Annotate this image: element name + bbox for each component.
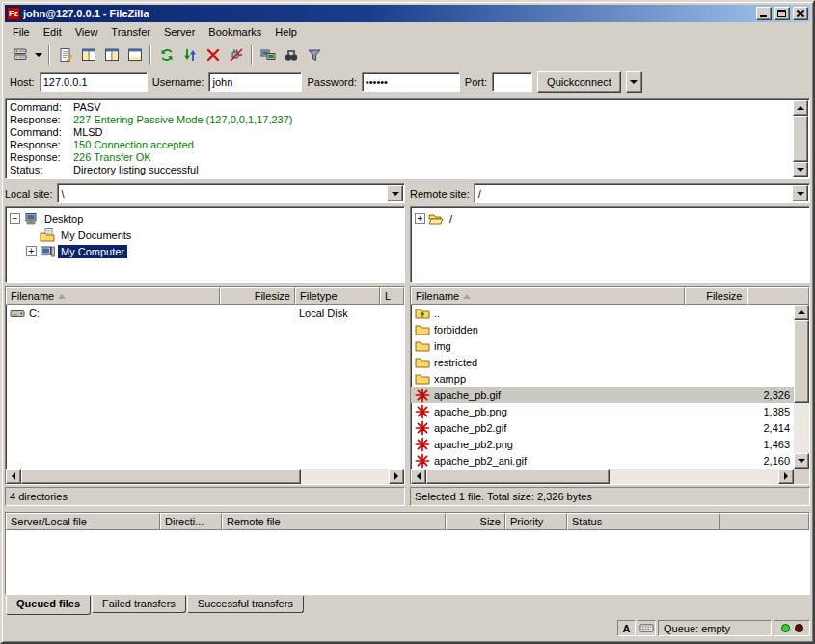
queue-body[interactable] [6, 530, 809, 594]
tab-successful-transfers[interactable]: Successful transfers [187, 596, 304, 613]
binoculars-icon [284, 47, 299, 63]
menu-transfer[interactable]: Transfer [104, 23, 157, 40]
server-local-file-column-header[interactable]: Server/Local file [6, 513, 160, 530]
file-row-parent-dir[interactable]: .. [411, 305, 794, 321]
expand-expander[interactable]: + [415, 213, 425, 224]
activity-leds [774, 620, 810, 636]
filename-column-header[interactable]: Filename [411, 287, 685, 305]
remote-file-list[interactable]: Filename Filesize .. forbidden img [410, 286, 810, 485]
site-manager-dropdown[interactable] [32, 43, 44, 66]
local-directory-tree[interactable]: − Desktop My Documents + My Computer [5, 206, 405, 283]
quickconnect-button[interactable]: Quickconnect [537, 71, 621, 93]
local-site-combo[interactable]: \ [57, 183, 405, 203]
status-column-header[interactable]: Status [567, 513, 720, 530]
menu-view[interactable]: View [68, 23, 105, 40]
local-horizontal-scrollbar[interactable] [6, 469, 404, 484]
tab-queued-files[interactable]: Queued files [6, 596, 91, 615]
remote-directory-tree[interactable]: + / [410, 206, 810, 283]
scrollbar-thumb[interactable] [426, 469, 610, 484]
remote-horizontal-scrollbar[interactable] [411, 469, 809, 484]
scroll-down-button[interactable] [793, 162, 808, 177]
scroll-down-button[interactable] [794, 453, 809, 469]
scroll-up-button[interactable] [794, 305, 809, 320]
scrollbar-thumb[interactable] [21, 469, 301, 484]
log-scrollbar[interactable] [793, 100, 808, 177]
quickconnect-dropdown[interactable] [626, 71, 642, 93]
tree-item-root[interactable]: + / [415, 210, 807, 227]
size-column-header[interactable]: Size [446, 513, 505, 530]
scroll-left-button[interactable] [6, 469, 21, 484]
scroll-up-button[interactable] [793, 100, 808, 116]
port-input[interactable] [492, 72, 532, 92]
remote-list-body[interactable]: .. forbidden img restricted xampp [411, 305, 809, 469]
file-row-selected[interactable]: apache_pb.gif 2,326 [411, 387, 794, 403]
file-row[interactable]: apache_pb2.gif 2,414 [411, 419, 794, 436]
combo-dropdown-button[interactable] [387, 185, 403, 201]
queue-status: Queue: empty [658, 620, 772, 636]
scrollbar-thumb[interactable] [794, 320, 809, 403]
filesize-column-header[interactable]: Filesize [220, 287, 295, 305]
host-input[interactable] [40, 72, 148, 92]
scroll-left-button[interactable] [411, 469, 426, 484]
window-title: john@127.0.0.1 - FileZilla [23, 8, 753, 19]
minimize-button[interactable] [756, 7, 772, 20]
priority-column-header[interactable]: Priority [505, 513, 567, 530]
file-row-c-drive[interactable]: C: Local Disk [6, 305, 404, 321]
file-row[interactable]: apache_pb.png 1,385 [411, 403, 794, 419]
directory-row[interactable]: restricted [411, 354, 794, 370]
menu-file[interactable]: File [6, 23, 37, 40]
scrollbar-thumb[interactable] [793, 116, 808, 162]
find-files-button[interactable] [280, 43, 302, 66]
remote-site-combo[interactable]: / [474, 183, 810, 203]
direction-column-header[interactable]: Directi... [160, 513, 222, 530]
computer-icon [40, 244, 55, 259]
disconnect-button[interactable] [225, 43, 247, 66]
username-input[interactable] [208, 72, 302, 92]
local-list-body[interactable]: C: Local Disk [6, 305, 404, 469]
transfer-queue[interactable]: Server/Local file Directi... Remote file… [5, 512, 810, 595]
file-row[interactable]: apache_pb2_ani.gif 2,160 [411, 452, 794, 469]
menu-bookmarks[interactable]: Bookmarks [202, 23, 268, 40]
directory-row[interactable]: xampp [411, 370, 794, 387]
toggle-local-tree-button[interactable] [77, 43, 99, 66]
filename-column-header[interactable]: Filename [6, 287, 220, 305]
expand-expander[interactable]: + [26, 246, 37, 256]
directory-row[interactable]: img [411, 337, 794, 354]
filetype-column-header[interactable]: Filetype [295, 287, 380, 305]
toggle-message-log-button[interactable] [54, 43, 76, 66]
refresh-icon [159, 47, 175, 63]
remote-vertical-scrollbar[interactable] [794, 305, 809, 469]
tree-item-desktop[interactable]: − Desktop [10, 210, 402, 227]
process-queue-button[interactable] [178, 43, 201, 66]
tree-item-my-computer[interactable]: + My Computer [10, 243, 402, 259]
collapse-expander[interactable]: − [10, 213, 20, 224]
scroll-right-button[interactable] [389, 469, 404, 484]
message-log[interactable]: Command:PASV Response:227 Entering Passi… [5, 98, 810, 179]
title-bar[interactable]: Fz john@127.0.0.1 - FileZilla [5, 5, 810, 22]
file-row[interactable]: apache_pb2.png 1,463 [411, 436, 794, 452]
last-modified-column-header[interactable]: L [380, 287, 404, 305]
maximize-icon [777, 10, 786, 17]
cancel-button[interactable] [202, 43, 224, 66]
directory-comparison-button[interactable] [257, 43, 279, 66]
combo-dropdown-button[interactable] [792, 185, 808, 201]
tab-failed-transfers[interactable]: Failed transfers [92, 596, 186, 613]
password-input[interactable] [362, 72, 460, 92]
directory-row[interactable]: forbidden [411, 321, 794, 337]
tree-item-my-documents[interactable]: My Documents [10, 227, 402, 243]
close-button[interactable] [793, 7, 808, 20]
local-file-list[interactable]: Filename Filesize Filetype L C: Local Di… [5, 286, 405, 485]
menu-help[interactable]: Help [268, 23, 304, 40]
scroll-right-button[interactable] [778, 469, 794, 484]
filter-button[interactable] [303, 43, 325, 66]
menu-edit[interactable]: Edit [37, 23, 68, 40]
filesize-column-header[interactable]: Filesize [685, 287, 747, 305]
refresh-button[interactable] [155, 43, 177, 66]
site-manager-button[interactable] [9, 43, 31, 66]
menu-server[interactable]: Server [157, 23, 202, 40]
remote-file-column-header[interactable]: Remote file [222, 513, 446, 530]
toggle-transfer-queue-button[interactable] [123, 43, 146, 66]
chevron-down-icon [35, 53, 42, 57]
toggle-remote-tree-button[interactable] [100, 43, 122, 66]
maximize-button[interactable] [774, 7, 790, 20]
